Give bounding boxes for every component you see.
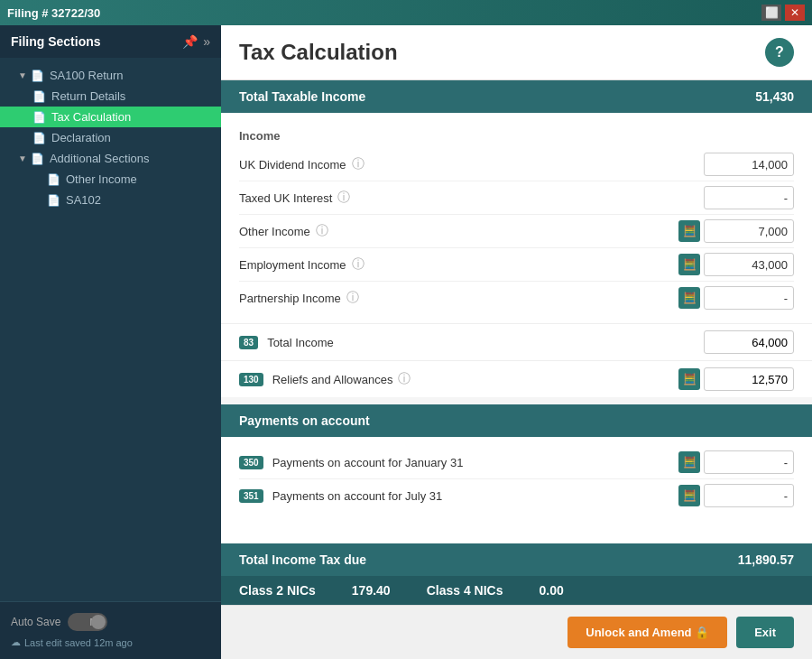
calc-button[interactable]: 🧮 xyxy=(678,287,700,309)
table-row: UK Dividend Income ⓘ xyxy=(239,148,794,181)
total-tax-due-label: Total Income Tax due xyxy=(239,552,366,567)
sidebar: Filing Sections 📌 » ▼ 📄 SA100 Return 📄 R… xyxy=(0,25,221,659)
row-controls: 🧮 xyxy=(678,286,794,310)
info-icon[interactable]: ⓘ xyxy=(352,256,364,273)
jan31-text: Payments on account for January 31 xyxy=(272,456,464,469)
sidebar-item-tax-calculation[interactable]: 📄 Tax Calculation xyxy=(0,107,221,127)
reliefs-badge: 130 xyxy=(239,373,263,386)
row-label-jan31: 350 Payments on account for January 31 xyxy=(239,456,678,469)
other-income-text: Other Income xyxy=(239,225,310,238)
table-row: Partnership Income ⓘ 🧮 xyxy=(239,282,794,314)
employment-income-input[interactable] xyxy=(704,253,794,276)
calc-button[interactable]: 🧮 xyxy=(678,368,700,390)
sidebar-item-sa102[interactable]: 📄 SA102 xyxy=(0,190,221,210)
sidebar-item-label: Other Income xyxy=(66,172,137,186)
sidebar-tree: ▼ 📄 SA100 Return 📄 Return Details 📄 Tax … xyxy=(0,58,221,601)
expand-arrow: ▼ xyxy=(18,70,27,80)
autosave-toggle[interactable]: NO xyxy=(68,613,107,631)
row-label-other-income: Other Income ⓘ xyxy=(239,223,678,239)
class2-nics-value: 179.40 xyxy=(352,583,391,598)
sidebar-header: Filing Sections 📌 » xyxy=(0,25,221,58)
toggle-knob xyxy=(91,615,106,629)
jul31-text: Payments on account for July 31 xyxy=(272,489,443,503)
payments-header-label: Payments on account xyxy=(239,413,370,428)
empty-section xyxy=(221,521,812,543)
file-icon: 📄 xyxy=(31,153,44,165)
jan31-input[interactable] xyxy=(704,450,794,474)
total-taxable-income-header: Total Taxable Income 51,430 xyxy=(221,80,812,113)
income-label: Income xyxy=(239,129,794,143)
sidebar-footer: Auto Save NO ☁ Last edit saved 12m ago xyxy=(0,601,221,659)
payments-section: 350 Payments on account for January 31 🧮… xyxy=(221,437,812,521)
sidebar-item-label: Tax Calculation xyxy=(51,110,131,124)
reliefs-allowances-label: 130 Reliefs and Allowances ⓘ xyxy=(239,371,678,387)
taxed-interest-input[interactable] xyxy=(704,186,794,209)
sidebar-item-label: Additional Sections xyxy=(50,152,150,165)
close-button[interactable]: ✕ xyxy=(785,5,805,21)
row-controls: 🧮 xyxy=(678,253,794,276)
class4-nics-value: 0.00 xyxy=(539,583,563,598)
exit-label: Exit xyxy=(754,626,776,639)
calc-button[interactable]: 🧮 xyxy=(678,451,700,473)
total-tax-due-row: Total Income Tax due 11,890.57 xyxy=(221,543,812,576)
help-button[interactable]: ? xyxy=(765,38,794,67)
uk-dividend-text: UK Dividend Income xyxy=(239,158,346,172)
row-controls: 🧮 xyxy=(678,484,794,507)
row-label-taxed-interest: Taxed UK Interest ⓘ xyxy=(239,190,704,206)
main-container: Filing Sections 📌 » ▼ 📄 SA100 Return 📄 R… xyxy=(0,25,812,659)
nics-row: Class 2 NICs 179.40 Class 4 NICs 0.00 xyxy=(221,576,812,605)
file-icon: 📄 xyxy=(32,111,46,124)
info-icon[interactable]: ⓘ xyxy=(337,190,350,206)
sidebar-item-declaration[interactable]: 📄 Declaration xyxy=(0,127,221,148)
sidebar-item-label: Return Details xyxy=(51,89,125,103)
jul-badge: 351 xyxy=(239,489,263,503)
employment-income-text: Employment Income xyxy=(239,258,346,272)
info-icon[interactable]: ⓘ xyxy=(398,371,411,387)
jan-badge: 350 xyxy=(239,456,263,469)
reliefs-allowances-row: 130 Reliefs and Allowances ⓘ 🧮 xyxy=(221,360,812,397)
total-taxable-income-label: Total Taxable Income xyxy=(239,89,365,104)
table-row: Taxed UK Interest ⓘ xyxy=(239,181,794,215)
reliefs-text: Reliefs and Allowances xyxy=(272,373,393,386)
jul31-input[interactable] xyxy=(704,484,794,507)
sidebar-item-other-income[interactable]: 📄 Other Income xyxy=(0,169,221,190)
expand-icon[interactable]: » xyxy=(203,34,210,49)
expand-arrow: ▼ xyxy=(18,153,27,163)
sidebar-item-return-details[interactable]: 📄 Return Details xyxy=(0,86,221,107)
row-label-employment: Employment Income ⓘ xyxy=(239,256,678,273)
row-controls xyxy=(704,153,794,176)
info-icon[interactable]: ⓘ xyxy=(352,156,364,172)
last-edit-text: Last edit saved 12m ago xyxy=(24,637,133,648)
info-icon[interactable]: ⓘ xyxy=(316,223,328,239)
sidebar-item-sa100[interactable]: ▼ 📄 SA100 Return xyxy=(0,65,221,86)
other-income-input[interactable] xyxy=(704,219,794,243)
sidebar-title: Filing Sections xyxy=(11,34,101,49)
calc-button[interactable]: 🧮 xyxy=(678,254,700,275)
partnership-income-input[interactable] xyxy=(704,286,794,310)
unlock-amend-button[interactable]: Unlock and Amend 🔒 xyxy=(567,617,727,648)
row-label-uk-dividend: UK Dividend Income ⓘ xyxy=(239,156,704,172)
row-controls: 🧮 xyxy=(678,219,794,243)
file-icon: 📄 xyxy=(32,90,46,103)
total-income-row: 83 Total Income xyxy=(221,323,812,360)
footer: Unlock and Amend 🔒 Exit xyxy=(221,605,812,659)
total-income-input[interactable] xyxy=(704,330,794,354)
file-icon: 📄 xyxy=(47,173,60,186)
sidebar-header-icons: 📌 » xyxy=(182,34,210,49)
reliefs-input[interactable] xyxy=(704,367,794,391)
class4-nics-label: Class 4 NICs xyxy=(427,583,503,598)
summary-section: Total Income Tax due 11,890.57 Class 2 N… xyxy=(221,543,812,605)
table-row: Other Income ⓘ 🧮 xyxy=(239,215,794,248)
exit-button[interactable]: Exit xyxy=(736,617,794,648)
calc-button[interactable]: 🧮 xyxy=(678,220,700,242)
sidebar-item-label: SA102 xyxy=(66,193,101,207)
row-controls xyxy=(704,186,794,209)
file-icon: 📄 xyxy=(32,132,46,144)
sidebar-item-additional-sections[interactable]: ▼ 📄 Additional Sections xyxy=(0,148,221,169)
pin-icon[interactable]: 📌 xyxy=(182,34,198,49)
restore-button[interactable]: ⬜ xyxy=(761,5,781,21)
info-icon[interactable]: ⓘ xyxy=(346,290,359,306)
uk-dividend-input[interactable] xyxy=(704,153,794,176)
calc-button[interactable]: 🧮 xyxy=(678,485,700,506)
total-taxable-income-value: 51,430 xyxy=(755,89,794,104)
